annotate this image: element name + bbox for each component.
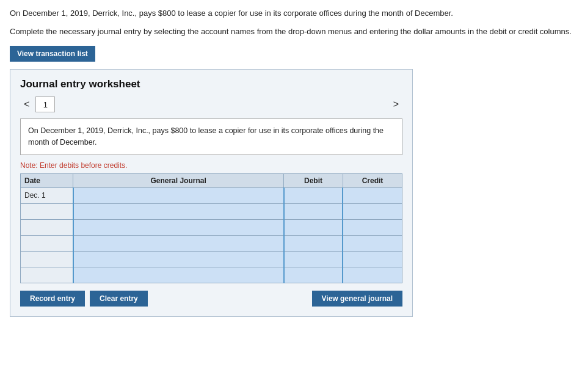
col-header-general-journal: General Journal [73, 173, 284, 187]
date-cell [21, 251, 73, 267]
credit-input[interactable] [346, 237, 399, 249]
record-entry-button[interactable]: Record entry [20, 291, 85, 307]
note-text: Note: Enter debits before credits. [20, 161, 402, 170]
general-journal-cell[interactable] [73, 251, 284, 267]
debit-cell[interactable] [284, 267, 343, 283]
intro-line1: On December 1, 2019, Derrick, Inc., pays… [10, 7, 572, 20]
debit-cell[interactable] [284, 187, 343, 203]
col-header-debit: Debit [284, 173, 343, 187]
general-journal-input[interactable] [76, 221, 281, 233]
scenario-description: On December 1, 2019, Derrick, Inc., pays… [20, 118, 402, 155]
general-journal-cell[interactable] [73, 203, 284, 219]
debit-cell[interactable] [284, 251, 343, 267]
nav-left-arrow[interactable]: < [20, 98, 33, 111]
clear-entry-button[interactable]: Clear entry [90, 291, 148, 307]
credit-input[interactable] [346, 269, 399, 281]
table-row [21, 235, 402, 251]
debit-input[interactable] [287, 237, 340, 249]
debit-cell[interactable] [284, 219, 343, 235]
col-header-credit: Credit [343, 173, 402, 187]
journal-entry-worksheet: Journal entry worksheet < 1 > On Decembe… [10, 69, 413, 317]
date-cell [21, 235, 73, 251]
credit-cell[interactable] [343, 267, 402, 283]
credit-input[interactable] [346, 253, 399, 265]
date-cell [21, 203, 73, 219]
page-number: 1 [35, 96, 55, 112]
view-transaction-button[interactable]: View transaction list [10, 46, 95, 62]
debit-input[interactable] [287, 253, 340, 265]
general-journal-input[interactable] [76, 269, 281, 281]
date-cell [21, 219, 73, 235]
credit-cell[interactable] [343, 235, 402, 251]
credit-input[interactable] [346, 189, 399, 201]
credit-cell[interactable] [343, 251, 402, 267]
debit-input[interactable] [287, 189, 340, 201]
worksheet-nav: < 1 > [20, 96, 402, 112]
general-journal-input[interactable] [76, 237, 281, 249]
table-row [21, 267, 402, 283]
credit-cell[interactable] [343, 187, 402, 203]
debit-input[interactable] [287, 221, 340, 233]
credit-cell[interactable] [343, 219, 402, 235]
general-journal-cell[interactable] [73, 219, 284, 235]
bottom-buttons: Record entry Clear entry View general jo… [20, 291, 402, 307]
general-journal-input[interactable] [76, 205, 281, 217]
general-journal-cell[interactable] [73, 267, 284, 283]
credit-input[interactable] [346, 221, 399, 233]
journal-table: Date General Journal Debit Credit Dec. 1 [20, 173, 402, 283]
general-journal-input[interactable] [76, 189, 281, 201]
table-row [21, 219, 402, 235]
debit-input[interactable] [287, 269, 340, 281]
table-row [21, 251, 402, 267]
date-cell [21, 267, 73, 283]
general-journal-input[interactable] [76, 253, 281, 265]
credit-cell[interactable] [343, 203, 402, 219]
col-header-date: Date [21, 173, 73, 187]
table-row: Dec. 1 [21, 187, 402, 203]
nav-right-arrow[interactable]: > [390, 98, 402, 111]
general-journal-cell[interactable] [73, 235, 284, 251]
debit-input[interactable] [287, 205, 340, 217]
debit-cell[interactable] [284, 235, 343, 251]
worksheet-title: Journal entry worksheet [20, 78, 402, 90]
debit-cell[interactable] [284, 203, 343, 219]
view-general-journal-button[interactable]: View general journal [312, 291, 402, 307]
table-row [21, 203, 402, 219]
intro-line2: Complete the necessary journal entry by … [10, 26, 572, 38]
general-journal-cell[interactable] [73, 187, 284, 203]
credit-input[interactable] [346, 205, 399, 217]
date-cell: Dec. 1 [21, 187, 73, 203]
